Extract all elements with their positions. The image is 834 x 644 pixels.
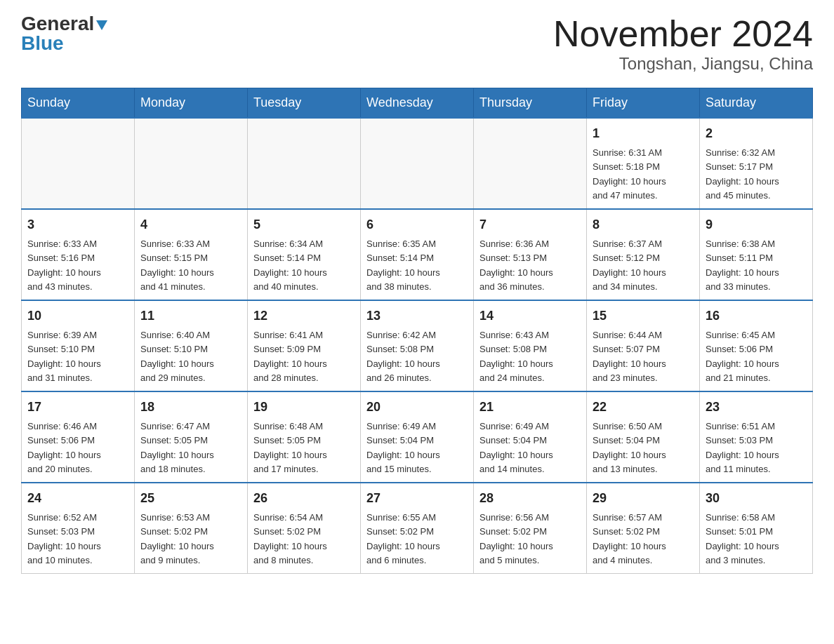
day-header-saturday: Saturday	[700, 88, 813, 119]
day-number: 15	[593, 307, 694, 326]
day-number: 19	[253, 398, 355, 417]
day-header-thursday: Thursday	[474, 88, 587, 119]
logo: General Blue	[21, 14, 107, 53]
day-header-wednesday: Wednesday	[361, 88, 474, 119]
logo-blue-text: Blue	[21, 32, 64, 54]
day-cell	[474, 118, 587, 209]
day-info: Sunrise: 6:43 AM Sunset: 5:08 PM Dayligh…	[479, 330, 553, 383]
day-number: 2	[706, 124, 807, 143]
day-info: Sunrise: 6:40 AM Sunset: 5:10 PM Dayligh…	[140, 330, 214, 383]
day-cell	[361, 118, 474, 209]
day-number: 7	[479, 215, 581, 234]
day-info: Sunrise: 6:46 AM Sunset: 5:06 PM Dayligh…	[27, 421, 101, 474]
day-number: 16	[706, 307, 807, 326]
day-cell: 7Sunrise: 6:36 AM Sunset: 5:13 PM Daylig…	[474, 209, 587, 300]
day-cell: 12Sunrise: 6:41 AM Sunset: 5:09 PM Dayli…	[248, 300, 361, 391]
day-number: 11	[140, 307, 241, 326]
day-cell: 15Sunrise: 6:44 AM Sunset: 5:07 PM Dayli…	[587, 300, 700, 391]
day-cell: 6Sunrise: 6:35 AM Sunset: 5:14 PM Daylig…	[361, 209, 474, 300]
day-cell: 18Sunrise: 6:47 AM Sunset: 5:05 PM Dayli…	[135, 391, 248, 483]
day-info: Sunrise: 6:49 AM Sunset: 5:04 PM Dayligh…	[366, 421, 440, 474]
day-info: Sunrise: 6:36 AM Sunset: 5:13 PM Dayligh…	[479, 239, 553, 292]
day-info: Sunrise: 6:52 AM Sunset: 5:03 PM Dayligh…	[27, 512, 101, 565]
day-number: 4	[140, 215, 241, 234]
day-info: Sunrise: 6:53 AM Sunset: 5:02 PM Dayligh…	[140, 512, 214, 565]
day-cell: 17Sunrise: 6:46 AM Sunset: 5:06 PM Dayli…	[22, 391, 135, 483]
day-info: Sunrise: 6:37 AM Sunset: 5:12 PM Dayligh…	[593, 239, 666, 292]
day-cell	[135, 118, 248, 209]
day-info: Sunrise: 6:39 AM Sunset: 5:10 PM Dayligh…	[27, 330, 101, 383]
month-title: November 2024	[553, 14, 813, 54]
day-number: 10	[27, 307, 128, 326]
day-cell: 10Sunrise: 6:39 AM Sunset: 5:10 PM Dayli…	[22, 300, 135, 391]
day-cell: 8Sunrise: 6:37 AM Sunset: 5:12 PM Daylig…	[587, 209, 700, 300]
logo-general-text: General	[21, 13, 94, 34]
day-cell: 21Sunrise: 6:49 AM Sunset: 5:04 PM Dayli…	[474, 391, 587, 483]
day-cell: 13Sunrise: 6:42 AM Sunset: 5:08 PM Dayli…	[361, 300, 474, 391]
logo-line2: Blue	[21, 34, 64, 53]
day-number: 12	[253, 307, 355, 326]
day-info: Sunrise: 6:54 AM Sunset: 5:02 PM Dayligh…	[253, 512, 327, 565]
page-header: General Blue November 2024 Tongshan, Jia…	[21, 14, 813, 74]
day-header-monday: Monday	[135, 88, 248, 119]
day-info: Sunrise: 6:31 AM Sunset: 5:18 PM Dayligh…	[593, 147, 666, 201]
day-info: Sunrise: 6:49 AM Sunset: 5:04 PM Dayligh…	[479, 421, 553, 474]
day-info: Sunrise: 6:58 AM Sunset: 5:01 PM Dayligh…	[706, 512, 779, 565]
day-number: 21	[479, 398, 581, 417]
day-number: 17	[27, 398, 128, 417]
day-cell: 24Sunrise: 6:52 AM Sunset: 5:03 PM Dayli…	[22, 483, 135, 574]
logo-triangle-icon	[96, 20, 107, 30]
day-info: Sunrise: 6:42 AM Sunset: 5:08 PM Dayligh…	[366, 330, 440, 383]
day-info: Sunrise: 6:44 AM Sunset: 5:07 PM Dayligh…	[593, 330, 666, 383]
day-number: 27	[366, 489, 468, 508]
day-cell: 4Sunrise: 6:33 AM Sunset: 5:15 PM Daylig…	[135, 209, 248, 300]
day-info: Sunrise: 6:33 AM Sunset: 5:15 PM Dayligh…	[140, 239, 214, 292]
day-number: 1	[593, 124, 694, 143]
day-info: Sunrise: 6:51 AM Sunset: 5:03 PM Dayligh…	[706, 421, 779, 474]
day-number: 8	[593, 215, 694, 234]
title-block: November 2024 Tongshan, Jiangsu, China	[553, 14, 813, 74]
day-number: 22	[593, 398, 694, 417]
day-number: 23	[706, 398, 807, 417]
week-row-5: 24Sunrise: 6:52 AM Sunset: 5:03 PM Dayli…	[22, 483, 813, 574]
day-cell: 2Sunrise: 6:32 AM Sunset: 5:17 PM Daylig…	[700, 118, 813, 209]
week-row-4: 17Sunrise: 6:46 AM Sunset: 5:06 PM Dayli…	[22, 391, 813, 483]
day-number: 28	[479, 489, 581, 508]
day-cell	[248, 118, 361, 209]
day-number: 25	[140, 489, 241, 508]
day-cell: 5Sunrise: 6:34 AM Sunset: 5:14 PM Daylig…	[248, 209, 361, 300]
day-cell: 29Sunrise: 6:57 AM Sunset: 5:02 PM Dayli…	[587, 483, 700, 574]
day-info: Sunrise: 6:48 AM Sunset: 5:05 PM Dayligh…	[253, 421, 327, 474]
day-cell: 28Sunrise: 6:56 AM Sunset: 5:02 PM Dayli…	[474, 483, 587, 574]
day-cell: 1Sunrise: 6:31 AM Sunset: 5:18 PM Daylig…	[587, 118, 700, 209]
day-cell: 14Sunrise: 6:43 AM Sunset: 5:08 PM Dayli…	[474, 300, 587, 391]
day-cell: 16Sunrise: 6:45 AM Sunset: 5:06 PM Dayli…	[700, 300, 813, 391]
day-number: 30	[706, 489, 807, 508]
day-number: 14	[479, 307, 581, 326]
day-number: 24	[27, 489, 128, 508]
day-cell: 23Sunrise: 6:51 AM Sunset: 5:03 PM Dayli…	[700, 391, 813, 483]
week-row-1: 1Sunrise: 6:31 AM Sunset: 5:18 PM Daylig…	[22, 118, 813, 209]
day-number: 13	[366, 307, 468, 326]
day-number: 3	[27, 215, 128, 234]
day-cell: 22Sunrise: 6:50 AM Sunset: 5:04 PM Dayli…	[587, 391, 700, 483]
day-info: Sunrise: 6:47 AM Sunset: 5:05 PM Dayligh…	[140, 421, 214, 474]
day-info: Sunrise: 6:33 AM Sunset: 5:16 PM Dayligh…	[27, 239, 101, 292]
calendar-table: SundayMondayTuesdayWednesdayThursdayFrid…	[21, 88, 813, 574]
header-row: SundayMondayTuesdayWednesdayThursdayFrid…	[22, 88, 813, 119]
day-number: 6	[366, 215, 468, 234]
day-cell: 19Sunrise: 6:48 AM Sunset: 5:05 PM Dayli…	[248, 391, 361, 483]
day-info: Sunrise: 6:55 AM Sunset: 5:02 PM Dayligh…	[366, 512, 440, 565]
day-info: Sunrise: 6:34 AM Sunset: 5:14 PM Dayligh…	[253, 239, 327, 292]
day-info: Sunrise: 6:41 AM Sunset: 5:09 PM Dayligh…	[253, 330, 327, 383]
day-cell: 11Sunrise: 6:40 AM Sunset: 5:10 PM Dayli…	[135, 300, 248, 391]
day-number: 20	[366, 398, 468, 417]
day-header-sunday: Sunday	[22, 88, 135, 119]
week-row-2: 3Sunrise: 6:33 AM Sunset: 5:16 PM Daylig…	[22, 209, 813, 300]
day-cell: 25Sunrise: 6:53 AM Sunset: 5:02 PM Dayli…	[135, 483, 248, 574]
day-info: Sunrise: 6:50 AM Sunset: 5:04 PM Dayligh…	[593, 421, 666, 474]
day-cell	[22, 118, 135, 209]
day-number: 5	[253, 215, 355, 234]
week-row-3: 10Sunrise: 6:39 AM Sunset: 5:10 PM Dayli…	[22, 300, 813, 391]
day-cell: 27Sunrise: 6:55 AM Sunset: 5:02 PM Dayli…	[361, 483, 474, 574]
